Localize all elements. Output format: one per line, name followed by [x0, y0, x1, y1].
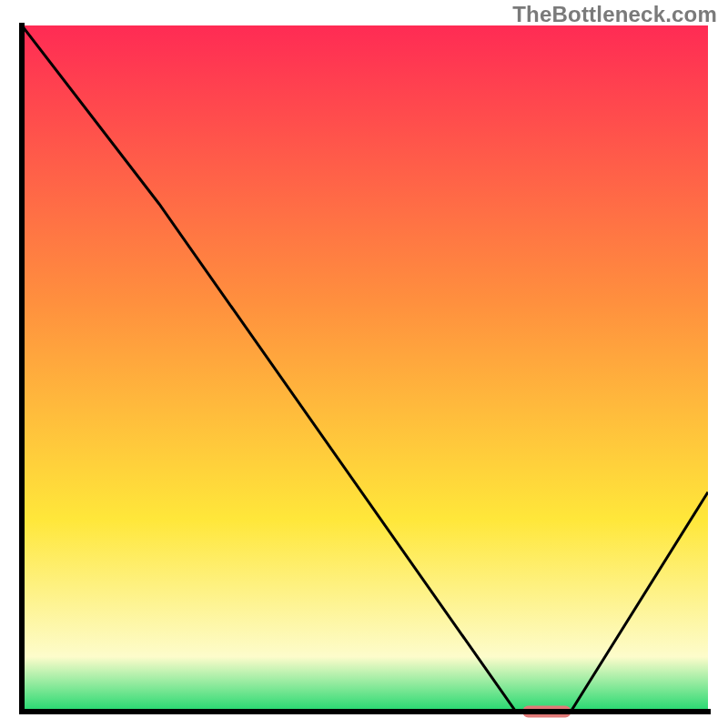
chart-container: TheBottleneck.com: [0, 0, 728, 728]
watermark-text: TheBottleneck.com: [512, 2, 717, 27]
bottleneck-chart-svg: [0, 0, 728, 728]
chart-background-gradient: [22, 25, 708, 712]
